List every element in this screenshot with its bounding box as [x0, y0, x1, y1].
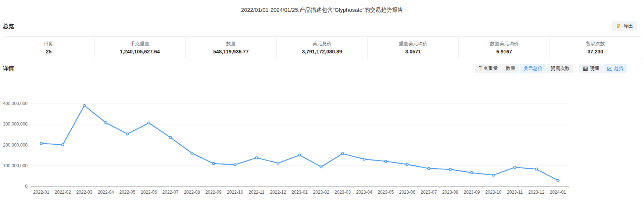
stat-label: 数量美元均价 [490, 41, 519, 47]
metric-tab-group: 千克重量数量美元总价贸易次数 [475, 64, 573, 73]
stat-value: 25 [46, 48, 52, 55]
export-button-label: 导出 [623, 23, 633, 29]
trade-trend-report-page: 2022/01/01-2024/01/25,产品描述包含"Glyphosate"… [0, 0, 644, 204]
view-tab-1[interactable]: 趋势 [604, 64, 627, 73]
stat-value: 3,791,172,080.89 [302, 48, 342, 55]
trend-chart: 0100,000,000200,000,000300,000,000400,00… [0, 75, 644, 201]
stat-label: 重量美元均价 [399, 41, 427, 47]
stat-value: 548,119,936.77 [213, 48, 249, 55]
stat-label: 美元总价 [312, 41, 332, 47]
tab-label: 千克重量 [479, 65, 498, 72]
svg-text:2023-06: 2023-06 [399, 190, 415, 195]
svg-text:2022-05: 2022-05 [119, 190, 135, 195]
svg-text:0: 0 [25, 184, 28, 189]
svg-text:2022-07: 2022-07 [162, 190, 179, 195]
overview-stat-0: 日期25 [3, 37, 94, 59]
stat-label: 千克重量 [130, 41, 149, 47]
export-icon [616, 24, 621, 29]
svg-text:2023-07: 2023-07 [421, 190, 437, 195]
overview-stat-6: 贸易次数37,230 [550, 37, 641, 59]
svg-text:2023-11: 2023-11 [507, 190, 523, 195]
trend-icon [607, 66, 612, 71]
stat-label: 数量 [226, 41, 236, 47]
stat-value: 37,230 [587, 48, 603, 55]
details-heading: 详情 [3, 65, 14, 72]
metric-tab-0[interactable]: 千克重量 [475, 64, 501, 73]
metric-tab-3[interactable]: 贸易次数 [547, 64, 573, 73]
view-tab-group: 明细趋势 [579, 64, 627, 73]
metric-tab-2[interactable]: 美元总价 [520, 64, 546, 73]
svg-text:2022-02: 2022-02 [55, 190, 71, 195]
svg-text:2022-06: 2022-06 [141, 190, 157, 195]
svg-text:2022-08: 2022-08 [184, 190, 200, 195]
svg-text:2023-04: 2023-04 [356, 190, 372, 195]
svg-text:100,000,000: 100,000,000 [3, 163, 28, 168]
svg-text:2022-01: 2022-01 [33, 190, 49, 195]
svg-text:2022-11: 2022-11 [248, 190, 264, 195]
table-icon [583, 66, 588, 71]
stat-value: 1,240,105,627.64 [120, 48, 160, 55]
svg-text:2023-08: 2023-08 [442, 190, 458, 195]
svg-text:400,000,000: 400,000,000 [3, 101, 28, 106]
svg-text:2022-04: 2022-04 [98, 190, 114, 195]
svg-text:2023-10: 2023-10 [485, 190, 501, 195]
stat-label: 贸易次数 [586, 41, 605, 47]
svg-text:2023-02: 2023-02 [313, 190, 329, 195]
overview-stat-5: 数量美元均价6.9167 [459, 37, 550, 59]
tab-label: 美元总价 [523, 65, 543, 72]
svg-text:2024-01: 2024-01 [550, 190, 566, 195]
svg-text:300,000,000: 300,000,000 [3, 122, 28, 127]
svg-text:2022-03: 2022-03 [76, 190, 92, 195]
tab-label: 贸易次数 [551, 65, 570, 72]
overview-stat-1: 千克重量1,240,105,627.64 [94, 37, 186, 59]
trend-line-chart-svg: 0100,000,000200,000,000300,000,000400,00… [0, 75, 644, 200]
stat-label: 日期 [44, 41, 53, 47]
svg-text:200,000,000: 200,000,000 [3, 143, 28, 148]
svg-text:2022-09: 2022-09 [205, 190, 222, 195]
overview-stats-panel: 日期25千克重量1,240,105,627.64数量548,119,936.77… [3, 36, 641, 59]
svg-text:2023-05: 2023-05 [378, 190, 394, 195]
view-tab-0[interactable]: 明细 [579, 64, 603, 73]
svg-text:2022-10: 2022-10 [227, 190, 243, 195]
overview-stat-3: 美元总价3,791,172,080.89 [277, 37, 368, 59]
svg-text:2023-03: 2023-03 [334, 190, 351, 195]
stat-value: 6.9167 [496, 48, 512, 55]
overview-stat-4: 重量美元均价3.0571 [368, 37, 459, 59]
details-toolbar: 千克重量数量美元总价贸易次数 明细趋势 [475, 64, 627, 73]
stat-value: 3.0571 [405, 48, 421, 55]
overview-header-row: 总览 导出 [0, 21, 644, 31]
tab-label: 数量 [506, 65, 515, 72]
tab-label: 明细 [590, 65, 599, 72]
svg-text:2022-12: 2022-12 [270, 190, 286, 195]
tab-label: 趋势 [614, 65, 623, 72]
page-title: 2022/01/01-2024/01/25,产品描述包含"Glyphosate"… [0, 0, 644, 14]
metric-tab-1[interactable]: 数量 [502, 64, 519, 73]
overview-heading: 总览 [3, 23, 14, 30]
overview-stat-2: 数量548,119,936.77 [186, 37, 277, 59]
svg-text:2023-12: 2023-12 [528, 190, 544, 195]
svg-text:2023-01: 2023-01 [291, 190, 308, 195]
details-header-row: 详情 千克重量数量美元总价贸易次数 明细趋势 [0, 64, 644, 73]
svg-text:2023-09: 2023-09 [464, 190, 480, 195]
export-button[interactable]: 导出 [612, 21, 637, 31]
